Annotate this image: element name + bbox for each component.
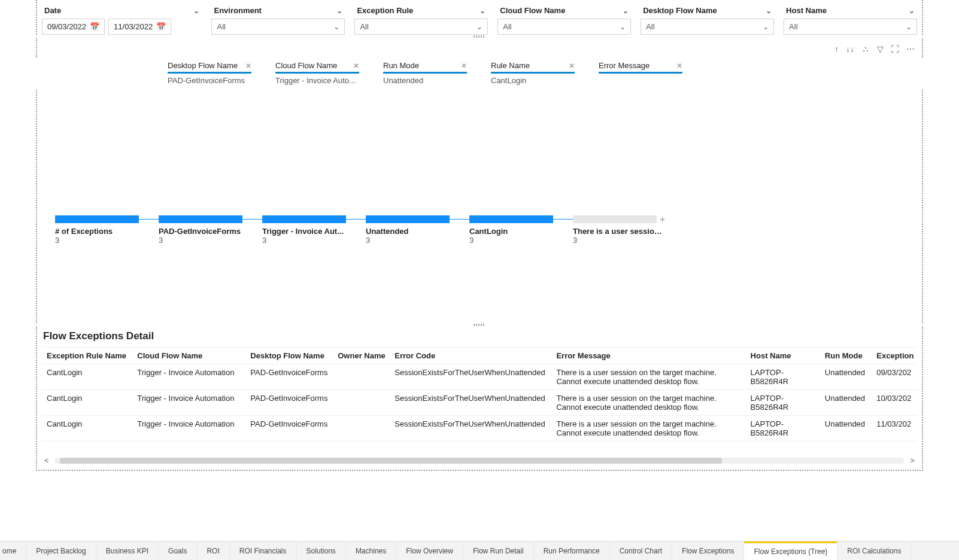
table-row[interactable]: CantLoginTrigger - Invoice AutomationPAD… bbox=[42, 390, 917, 416]
date-from-input[interactable]: 09/03/2022 📅 bbox=[42, 19, 105, 35]
tree-node[interactable]: CantLogin3 bbox=[469, 215, 573, 245]
filter-desktop-flow-header[interactable]: Desktop Flow Name ⌄ bbox=[641, 5, 774, 19]
more-options-icon[interactable]: ⋯ bbox=[906, 44, 915, 54]
tab-roi-financials[interactable]: ROI Financials bbox=[230, 541, 297, 560]
tree-node-bar bbox=[55, 215, 139, 223]
filter-host-name-value: All bbox=[789, 22, 797, 31]
column-header[interactable]: Error Message bbox=[551, 348, 745, 364]
tree-node-count: 3 bbox=[573, 236, 676, 245]
chevron-down-icon: ⌄ bbox=[909, 7, 915, 15]
close-icon[interactable]: ✕ bbox=[461, 62, 467, 70]
tab-flow-exceptions[interactable]: Flow Exceptions bbox=[672, 541, 744, 560]
decomposition-tree: # of Exceptions3PAD-GetInvoiceForms3Trig… bbox=[36, 90, 923, 323]
column-header[interactable]: Owner Name bbox=[333, 348, 390, 364]
filter-icon[interactable]: ▽ bbox=[877, 44, 884, 54]
column-header[interactable]: Exception Rule Name bbox=[42, 348, 132, 364]
filter-date-header[interactable]: Date ⌄ bbox=[42, 5, 202, 19]
crumb-error-message-chip[interactable]: Error Message ✕ bbox=[599, 61, 682, 74]
scroll-track[interactable] bbox=[55, 458, 905, 464]
tree-connector bbox=[450, 219, 469, 220]
table-cell: Unattended bbox=[820, 390, 872, 416]
filter-host-name-header[interactable]: Host Name ⌄ bbox=[784, 5, 917, 19]
close-icon[interactable]: ✕ bbox=[245, 62, 251, 70]
chevron-down-icon: ⌄ bbox=[477, 23, 482, 31]
tree-node[interactable]: Trigger - Invoice Aut...3 bbox=[262, 215, 366, 245]
scroll-thumb[interactable] bbox=[60, 458, 723, 464]
filter-exception-rule-dropdown[interactable]: All ⌄ bbox=[354, 19, 488, 35]
drill-down-icon[interactable]: ↓↓ bbox=[846, 44, 854, 54]
tab-business-kpi[interactable]: Business KPI bbox=[96, 541, 159, 560]
tab-partial[interactable]: ome bbox=[0, 541, 26, 560]
tree-node-label: Trigger - Invoice Aut... bbox=[262, 227, 355, 236]
tree-node-count: 3 bbox=[366, 236, 469, 245]
filter-host-name-dropdown[interactable]: All ⌄ bbox=[784, 19, 917, 35]
detail-title: Flow Exceptions Detail bbox=[42, 329, 917, 347]
table-cell: PAD-GetInvoiceForms bbox=[245, 416, 333, 442]
tree-node[interactable]: # of Exceptions3 bbox=[55, 215, 159, 245]
crumb-cloud-flow: Cloud Flow Name ✕ Trigger - Invoice Auto… bbox=[275, 61, 359, 85]
hierarchy-icon[interactable]: ⛬ bbox=[861, 44, 870, 54]
tree-node-count: 3 bbox=[262, 236, 366, 245]
crumb-label-text: Desktop Flow Name bbox=[168, 61, 238, 70]
table-cell: LAPTOP-B5826R4R bbox=[746, 364, 820, 390]
chevron-down-icon: ⌄ bbox=[193, 7, 199, 15]
filter-exception-rule-header[interactable]: Exception Rule ⌄ bbox=[354, 5, 488, 19]
filter-environment-header[interactable]: Environment ⌄ bbox=[211, 5, 345, 19]
table-cell bbox=[333, 390, 390, 416]
crumb-run-mode-chip[interactable]: Run Mode ✕ bbox=[383, 61, 467, 74]
tab-goals[interactable]: Goals bbox=[159, 541, 197, 560]
add-level-icon[interactable]: + bbox=[660, 214, 665, 225]
filter-cloud-flow-label: Cloud Flow Name bbox=[500, 6, 565, 15]
tree-connector bbox=[139, 219, 159, 220]
horizontal-scrollbar[interactable]: < > bbox=[42, 456, 917, 465]
tab-run-performance[interactable]: Run Performance bbox=[534, 541, 610, 560]
close-icon[interactable]: ✕ bbox=[353, 62, 359, 70]
filter-desktop-flow-value: All bbox=[646, 22, 654, 31]
column-header[interactable]: Host Name bbox=[746, 348, 820, 364]
tree-node-bar bbox=[573, 215, 657, 223]
crumb-label-text: Run Mode bbox=[383, 61, 419, 70]
close-icon[interactable]: ✕ bbox=[569, 62, 575, 70]
table-row[interactable]: CantLoginTrigger - Invoice AutomationPAD… bbox=[42, 416, 917, 442]
column-header[interactable]: Cloud Flow Name bbox=[132, 348, 245, 364]
tab-flow-run-detail[interactable]: Flow Run Detail bbox=[463, 541, 534, 560]
focus-mode-icon[interactable]: ⛶ bbox=[891, 44, 899, 54]
tab-control-chart[interactable]: Control Chart bbox=[610, 541, 672, 560]
column-header[interactable]: Error Code bbox=[390, 348, 551, 364]
column-header[interactable]: Desktop Flow Name bbox=[245, 348, 333, 364]
crumb-rule-name-chip[interactable]: Rule Name ✕ bbox=[491, 61, 575, 74]
date-to-input[interactable]: 11/03/2022 📅 bbox=[108, 19, 171, 35]
chevron-down-icon: ⌄ bbox=[333, 23, 339, 31]
drill-up-icon[interactable]: ↑ bbox=[834, 44, 839, 54]
crumb-label-text: Error Message bbox=[599, 61, 650, 70]
table-row[interactable]: CantLoginTrigger - Invoice AutomationPAD… bbox=[42, 364, 917, 390]
tab-flow-overview[interactable]: Flow Overview bbox=[396, 541, 463, 560]
tab-project-backlog[interactable]: Project Backlog bbox=[26, 541, 96, 560]
tree-node[interactable]: Unattended3 bbox=[366, 215, 469, 245]
crumb-desktop-flow-chip[interactable]: Desktop Flow Name ✕ bbox=[168, 61, 251, 74]
column-header[interactable]: Run Mode bbox=[820, 348, 872, 364]
close-icon[interactable]: ✕ bbox=[676, 62, 682, 70]
filter-cloud-flow-header[interactable]: Cloud Flow Name ⌄ bbox=[497, 5, 631, 19]
table-cell: 10/03/202 bbox=[872, 390, 917, 416]
chevron-down-icon: ⌄ bbox=[336, 7, 342, 15]
scroll-left-icon[interactable]: < bbox=[42, 456, 51, 465]
tree-node-bar bbox=[262, 215, 346, 223]
tree-node-label: # of Exceptions bbox=[55, 227, 148, 236]
filter-cloud-flow-dropdown[interactable]: All ⌄ bbox=[497, 19, 631, 35]
tab-solutions[interactable]: Solutions bbox=[297, 541, 346, 560]
crumb-cloud-flow-chip[interactable]: Cloud Flow Name ✕ bbox=[275, 61, 359, 74]
tab-flow-exceptions-tree-[interactable]: Flow Exceptions (Tree) bbox=[744, 541, 837, 560]
tab-machines[interactable]: Machines bbox=[346, 541, 396, 560]
tree-node-bar bbox=[366, 215, 450, 223]
column-header[interactable]: Exception bbox=[872, 348, 917, 364]
tab-roi[interactable]: ROI bbox=[197, 541, 229, 560]
chevron-down-icon: ⌄ bbox=[620, 23, 626, 31]
table-cell: 11/03/202 bbox=[872, 416, 917, 442]
filter-desktop-flow-dropdown[interactable]: All ⌄ bbox=[641, 19, 774, 35]
tree-node-label: There is a user session ... bbox=[573, 227, 666, 236]
tab-roi-calculations[interactable]: ROI Calculations bbox=[837, 541, 911, 560]
filter-environment-dropdown[interactable]: All ⌄ bbox=[211, 19, 345, 35]
tree-node[interactable]: PAD-GetInvoiceForms3 bbox=[159, 215, 262, 245]
scroll-right-icon[interactable]: > bbox=[908, 456, 917, 465]
